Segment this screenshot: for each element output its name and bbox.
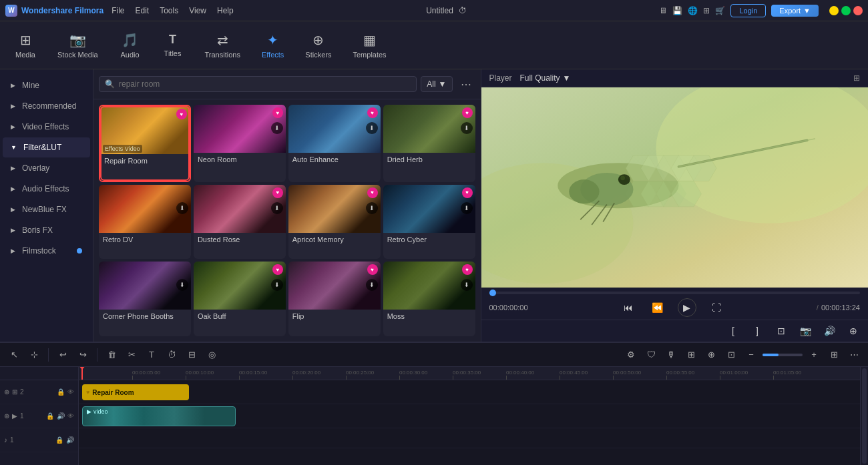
filter-dropdown[interactable]: All ▼ xyxy=(421,76,452,92)
effect-flip[interactable]: ♥ ⬇ Flip xyxy=(288,262,381,336)
sidebar-item-recommended[interactable]: ▶ Recommended xyxy=(3,96,90,116)
titlebar-right: 🖥 💾 🌐 ⊞ 🛒 Login Export ▼ ─ □ ✕ xyxy=(659,4,863,17)
menu-file[interactable]: File xyxy=(112,6,124,15)
effect-auto-enhance[interactable]: ♥ ⬇ Auto Enhance xyxy=(288,105,381,182)
preview-settings-icon[interactable]: ⊞ xyxy=(853,73,860,83)
effect-dusted-rose-thumb: ♥ ⬇ xyxy=(194,185,286,233)
tl-delete-button[interactable]: 🗑 xyxy=(103,346,120,364)
track-1-add-icon[interactable]: ⊕ xyxy=(4,412,9,420)
toolbar-transitions[interactable]: ⇄ Transitions xyxy=(196,28,250,63)
toolbar-stickers[interactable]: ⊕ Stickers xyxy=(296,28,341,63)
volume-button[interactable]: 🔊 xyxy=(820,322,839,340)
track-1-icon: ▶ xyxy=(12,412,17,420)
snapshot-button[interactable]: 📷 xyxy=(796,322,815,340)
effect-clip-repair-room[interactable]: ♥ Repair Room xyxy=(82,384,189,400)
search-input-wrap[interactable]: 🔍 xyxy=(99,76,417,92)
tl-target-button[interactable]: ◎ xyxy=(203,346,220,364)
icon-save[interactable]: 💾 xyxy=(672,6,682,15)
tl-settings-icon[interactable]: ⚙ xyxy=(622,346,640,364)
login-button[interactable]: Login xyxy=(730,4,766,17)
tl-undo-button[interactable]: ↩ xyxy=(54,346,71,364)
tl-shield-icon[interactable]: 🛡 xyxy=(642,346,660,364)
effect-oak-buff[interactable]: ♥ ⬇ Oak Buff xyxy=(194,262,286,336)
tl-cut-button[interactable]: ✂ xyxy=(123,346,140,364)
effect-retro-dv[interactable]: ⬇ Retro DV xyxy=(99,185,191,260)
sidebar-item-overlay[interactable]: ▶ Overlay xyxy=(3,158,90,178)
export-button[interactable]: Export ▼ xyxy=(771,5,819,17)
quality-selector[interactable]: Full Quality ▼ xyxy=(520,73,571,83)
menu-view[interactable]: View xyxy=(189,6,206,15)
audio-track-vol-icon[interactable]: 🔊 xyxy=(66,436,74,444)
more-options-button[interactable]: ⋯ xyxy=(457,75,475,93)
effect-corner-phone[interactable]: ⬇ Corner Phone Booths xyxy=(99,262,191,336)
icon-share[interactable]: 🌐 xyxy=(688,6,698,15)
track-1-vol-icon[interactable]: 🔊 xyxy=(57,412,65,420)
effect-neon-room[interactable]: ♥ ⬇ Neon Room xyxy=(194,105,286,182)
tl-ripple-tool[interactable]: ⊹ xyxy=(25,346,43,364)
toolbar-templates[interactable]: ▦ Templates xyxy=(343,28,395,63)
menu-help[interactable]: Help xyxy=(217,6,234,15)
sidebar-item-boris[interactable]: ▶ Boris FX xyxy=(3,220,90,240)
skip-back-button[interactable]: ⏮ xyxy=(619,298,638,317)
timeline-scrollbar[interactable] xyxy=(860,367,868,465)
tl-cursor-tool[interactable]: ↖ xyxy=(5,346,23,364)
tl-mic-icon[interactable]: 🎙 xyxy=(662,346,680,364)
toolbar-audio[interactable]: 🎵 Audio xyxy=(110,28,150,63)
scrollbar-thumb[interactable] xyxy=(862,368,867,464)
tl-duration-button[interactable]: ⏱ xyxy=(163,346,180,364)
tl-more-icon[interactable]: ⋯ xyxy=(845,346,863,364)
sidebar-item-newblue[interactable]: ▶ NewBlue FX xyxy=(3,199,90,219)
track-2-eye-icon[interactable]: 👁 xyxy=(67,388,74,396)
track-2-add-icon[interactable]: ⊕ xyxy=(4,388,9,396)
mark-out-button[interactable]: ] xyxy=(748,322,767,340)
toolbar-stock-media[interactable]: 📷 Stock Media xyxy=(48,28,107,63)
menu-edit[interactable]: Edit xyxy=(135,6,149,15)
icon-grid[interactable]: ⊞ xyxy=(703,6,710,15)
fullscreen-button[interactable]: ⛶ xyxy=(707,298,726,317)
tl-split-icon[interactable]: ⊕ xyxy=(702,346,720,364)
timeline-ruler: 00:00:05:00 00:00:10:00 00:00:15:00 00:0… xyxy=(79,367,860,380)
effect-apricot-memory[interactable]: ♥ ⬇ Apricot Memory xyxy=(288,185,381,260)
track-2-lock-icon[interactable]: 🔒 xyxy=(57,388,65,396)
crop-button[interactable]: ⊡ xyxy=(772,322,791,340)
tl-redo-button[interactable]: ↪ xyxy=(74,346,91,364)
toolbar-effects[interactable]: ✦ Effects xyxy=(252,28,293,63)
zoom-in-button[interactable]: + xyxy=(805,346,823,364)
effect-retro-cyber[interactable]: ♥ ⬇ Retro Cyber xyxy=(383,185,475,260)
icon-cart[interactable]: 🛒 xyxy=(715,6,725,15)
close-button[interactable]: ✕ xyxy=(853,6,863,15)
track-1-eye-icon[interactable]: 👁 xyxy=(67,412,74,420)
effect-moss[interactable]: ♥ ⬇ Moss xyxy=(383,262,475,336)
toolbar-media[interactable]: ⊞ Media xyxy=(5,28,45,63)
icon-screen[interactable]: 🖥 xyxy=(659,6,667,15)
sidebar-item-audio-effects[interactable]: ▶ Audio Effects xyxy=(3,179,90,199)
tl-layers-icon[interactable]: ⊞ xyxy=(682,346,700,364)
mark-in-button[interactable]: [ xyxy=(724,322,742,340)
progress-bar[interactable] xyxy=(489,292,861,294)
sidebar-item-filter-lut[interactable]: ▼ Filter&LUT xyxy=(3,137,90,157)
play-button[interactable]: ▶ xyxy=(678,298,696,317)
maximize-button[interactable]: □ xyxy=(841,6,851,15)
menu-tools[interactable]: Tools xyxy=(160,6,178,15)
sidebar-item-mine[interactable]: ▶ Mine xyxy=(3,75,90,95)
tl-fill-icon[interactable]: ⊡ xyxy=(722,346,740,364)
tl-grid-icon[interactable]: ⊞ xyxy=(825,346,843,364)
toolbar-titles[interactable]: T Titles xyxy=(153,29,193,61)
step-back-button[interactable]: ⏪ xyxy=(648,298,667,317)
minimize-button[interactable]: ─ xyxy=(829,6,839,15)
effect-dried-herb[interactable]: ♥ ⬇ Dried Herb xyxy=(383,105,475,182)
settings-button-2[interactable]: ⊕ xyxy=(844,322,863,340)
sidebar-item-filmstock[interactable]: ▶ Filmstock xyxy=(3,241,90,261)
zoom-out-button[interactable]: − xyxy=(742,346,760,364)
effect-repair-room[interactable]: ♥ Effects Video Repair Room xyxy=(99,105,191,182)
tl-adjust-button[interactable]: ⊟ xyxy=(183,346,200,364)
track-1-lock-icon[interactable]: 🔒 xyxy=(46,412,54,420)
zoom-slider[interactable] xyxy=(763,354,803,356)
sidebar-item-video-effects[interactable]: ▶ Video Effects xyxy=(3,117,90,137)
video-clip[interactable]: ▶ video xyxy=(82,406,236,426)
progress-handle[interactable] xyxy=(489,290,496,296)
search-input[interactable] xyxy=(119,79,411,89)
audio-track-lock-icon[interactable]: 🔒 xyxy=(55,436,63,444)
tl-text-button[interactable]: T xyxy=(143,346,160,364)
effect-dusted-rose[interactable]: ♥ ⬇ Dusted Rose xyxy=(194,185,286,260)
